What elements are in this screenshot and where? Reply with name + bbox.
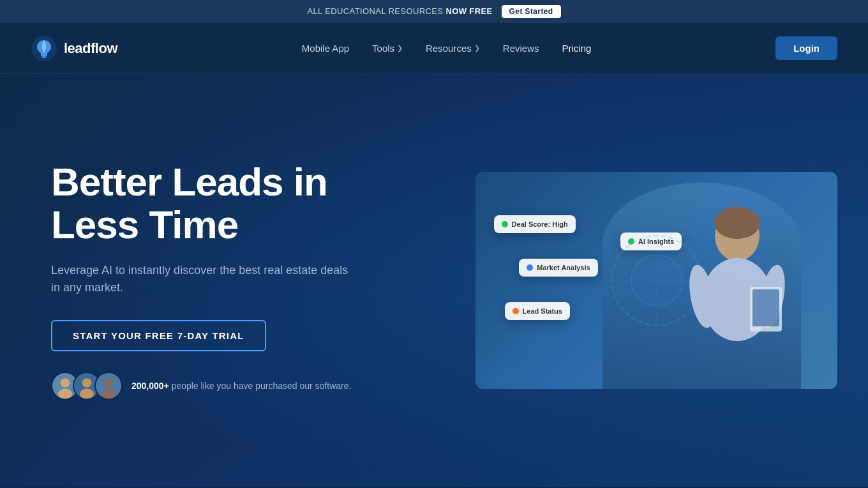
hero-title: Better Leads in Less Time — [51, 161, 383, 247]
svg-point-6 — [80, 389, 94, 399]
nav-item-pricing[interactable]: Pricing — [553, 38, 600, 59]
status-dot — [502, 221, 508, 227]
nav-item-mobile-app[interactable]: Mobile App — [293, 38, 358, 59]
logo-text: leadflow — [64, 40, 117, 57]
chevron-right-icon: ❯ — [397, 44, 403, 52]
hero-subtitle: Leverage AI to instantly discover the be… — [51, 262, 357, 298]
nav-links: Mobile App Tools ❯ Resources ❯ Reviews P… — [293, 38, 601, 59]
avatar-group — [51, 372, 123, 400]
get-started-button[interactable]: Get Started — [502, 5, 561, 18]
logo-icon — [31, 35, 57, 62]
person-figure — [673, 197, 801, 389]
logo-link[interactable]: leadflow — [31, 35, 117, 62]
status-dot — [513, 308, 519, 314]
svg-point-8 — [104, 379, 114, 388]
social-proof-text: 200,000+ people like you have purchased … — [131, 379, 351, 392]
svg-point-5 — [82, 379, 92, 388]
announcement-bar: ALL EDUCATIONAL RESOURCES NOW FREE Get S… — [0, 0, 868, 23]
login-button[interactable]: Login — [775, 36, 837, 60]
svg-point-3 — [58, 389, 72, 399]
chevron-right-icon: ❯ — [474, 44, 480, 52]
social-proof: 200,000+ people like you have purchased … — [51, 372, 383, 400]
hero-image: Deal Score: High Market Analysis Lead St… — [475, 172, 837, 389]
svg-point-15 — [714, 207, 760, 239]
announcement-highlight: NOW FREE — [445, 6, 492, 16]
hero-content: Better Leads in Less Time Leverage AI to… — [51, 161, 383, 400]
svg-rect-21 — [752, 289, 779, 326]
hero-section: Better Leads in Less Time Leverage AI to… — [0, 74, 868, 487]
main-nav: leadflow Mobile App Tools ❯ Resources ❯ … — [0, 23, 868, 74]
hero-image-container: Deal Score: High Market Analysis Lead St… — [475, 172, 837, 389]
svg-point-2 — [61, 379, 70, 388]
nav-item-resources[interactable]: Resources ❯ — [417, 38, 489, 59]
hero-image-inner: Deal Score: High Market Analysis Lead St… — [475, 172, 837, 389]
svg-point-9 — [101, 389, 116, 399]
announcement-prefix: ALL EDUCATIONAL RESOURCES — [307, 6, 445, 16]
status-dot — [527, 264, 533, 271]
trial-cta-button[interactable]: START YOUR FREE 7-DAY TRIAL — [51, 320, 266, 351]
nav-item-reviews[interactable]: Reviews — [494, 38, 548, 59]
nav-item-tools[interactable]: Tools ❯ — [363, 38, 412, 59]
avatar — [94, 372, 123, 400]
